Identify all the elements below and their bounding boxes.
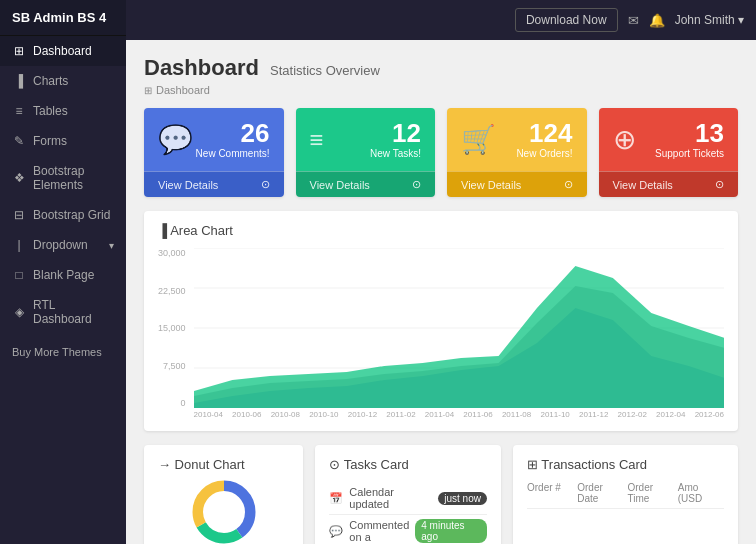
comments-count: 26	[196, 120, 270, 146]
stat-body-support: ⊕ 13 Support Tickets	[599, 108, 739, 171]
transactions-header: Order # Order Date Order Time Amo (USD	[527, 482, 724, 509]
stat-card-tasks: ≡ 12 New Tasks! View Details ⊙	[296, 108, 436, 197]
comments-label: New Comments!	[196, 148, 270, 159]
tasks-footer-text: View Details	[310, 179, 370, 191]
y-label-2: 15,000	[158, 323, 186, 333]
transactions-card: ⊞ Transactions Card Order # Order Date O…	[513, 445, 738, 544]
sidebar-item-dropdown[interactable]: | Dropdown	[0, 230, 126, 260]
donut-svg	[189, 477, 259, 544]
donut-chart-preview	[158, 482, 289, 542]
tasks-icon: ≡	[310, 126, 324, 154]
sidebar-item-charts[interactable]: ▐ Charts	[0, 66, 126, 96]
tasks-card-title: ⊙ Tasks Card	[329, 457, 487, 472]
sidebar-item-rtl-dashboard[interactable]: ◈ RTL Dashboard	[0, 290, 126, 334]
x-label-9: 2011-10	[540, 410, 569, 419]
task-badge-1: 4 minutes ago	[415, 519, 487, 543]
sidebar-item-label: Forms	[33, 134, 67, 148]
sidebar-item-bootstrap-grid[interactable]: ⊟ Bootstrap Grid	[0, 200, 126, 230]
orders-icon: 🛒	[461, 123, 496, 156]
tasks-footer-icon: ⊙	[412, 178, 421, 191]
support-footer-icon: ⊙	[715, 178, 724, 191]
bootstrap-elements-icon: ❖	[12, 171, 26, 185]
stat-info-orders: 124 New Orders!	[516, 120, 572, 159]
sidebar-item-label: Bootstrap Grid	[33, 208, 110, 222]
donut-chart-title: → Donut Chart	[158, 457, 289, 472]
area-chart-title: ▐ Area Chart	[158, 223, 724, 238]
sidebar-item-label: Blank Page	[33, 268, 94, 282]
area-chart-container: 30,000 22,500 15,000 7,500 0	[158, 248, 724, 419]
support-icon: ⊕	[613, 123, 636, 156]
sidebar-item-label: Charts	[33, 74, 68, 88]
support-count: 13	[655, 120, 724, 146]
tasks-label: New Tasks!	[370, 148, 421, 159]
y-label-0: 30,000	[158, 248, 186, 258]
support-footer[interactable]: View Details ⊙	[599, 171, 739, 197]
x-label-10: 2011-12	[579, 410, 608, 419]
x-label-0: 2010-04	[194, 410, 223, 419]
tasks-card: ⊙ Tasks Card 📅 Calendar updated just now…	[315, 445, 501, 544]
y-label-1: 22,500	[158, 286, 186, 296]
tasks-footer[interactable]: View Details ⊙	[296, 171, 436, 197]
x-label-8: 2011-08	[502, 410, 531, 419]
task-item-1: 💬 Commented on a 4 minutes ago	[329, 515, 487, 544]
y-label-3: 7,500	[158, 361, 186, 371]
email-icon[interactable]: ✉	[628, 13, 639, 28]
home-icon: ⊞	[144, 85, 152, 96]
sidebar-item-forms[interactable]: ✎ Forms	[0, 126, 126, 156]
topbar: Download Now ✉ 🔔 John Smith ▾	[126, 0, 756, 40]
buy-themes-link[interactable]: Buy More Themes	[0, 338, 126, 366]
charts-icon: ▐	[12, 74, 26, 88]
x-label-1: 2010-06	[232, 410, 261, 419]
sidebar: SB Admin BS 4 ⊞ Dashboard ▐ Charts ≡ Tab…	[0, 0, 126, 544]
breadcrumb-label: Dashboard	[156, 84, 210, 96]
sidebar-item-bootstrap-elements[interactable]: ❖ Bootstrap Elements	[0, 156, 126, 200]
sidebar-item-dashboard[interactable]: ⊞ Dashboard	[0, 36, 126, 66]
download-button[interactable]: Download Now	[515, 8, 618, 32]
x-label-13: 2012-06	[695, 410, 724, 419]
task-badge-0: just now	[438, 492, 487, 505]
comments-footer-text: View Details	[158, 179, 218, 191]
col-order-time: Order Time	[628, 482, 674, 504]
user-menu[interactable]: John Smith ▾	[675, 13, 744, 27]
user-name: John Smith	[675, 13, 735, 27]
bottom-row: → Donut Chart ⊙ Tasks Card 📅 Calendar up…	[144, 445, 738, 544]
col-order-num: Order #	[527, 482, 573, 504]
sidebar-item-label: Tables	[33, 104, 68, 118]
stat-body-tasks: ≡ 12 New Tasks!	[296, 108, 436, 171]
orders-count: 124	[516, 120, 572, 146]
bell-icon[interactable]: 🔔	[649, 13, 665, 28]
x-label-5: 2011-02	[386, 410, 415, 419]
stat-body-comments: 💬 26 New Comments!	[144, 108, 284, 171]
breadcrumb: ⊞ Dashboard	[144, 84, 738, 96]
task-calendar-icon: 📅	[329, 492, 343, 505]
app-brand: SB Admin BS 4	[0, 0, 126, 36]
task-text-0: Calendar updated	[349, 486, 432, 510]
page-title: Dashboard Statistics Overview	[144, 55, 380, 80]
area-chart-icon: ▐	[158, 223, 167, 238]
sidebar-item-label: Bootstrap Elements	[33, 164, 114, 192]
sidebar-item-label: RTL Dashboard	[33, 298, 114, 326]
bootstrap-grid-icon: ⊟	[12, 208, 26, 222]
task-comment-icon: 💬	[329, 525, 343, 538]
sidebar-item-label: Dropdown	[33, 238, 88, 252]
content-area: Dashboard Statistics Overview ⊞ Dashboar…	[126, 40, 756, 544]
stat-info-tasks: 12 New Tasks!	[370, 120, 421, 159]
rtl-icon: ◈	[12, 305, 26, 319]
sidebar-item-tables[interactable]: ≡ Tables	[0, 96, 126, 126]
support-footer-text: View Details	[613, 179, 673, 191]
support-label: Support Tickets	[655, 148, 724, 159]
sidebar-item-blank-page[interactable]: □ Blank Page	[0, 260, 126, 290]
col-order-amount: Amo (USD	[678, 482, 724, 504]
x-label-3: 2010-10	[309, 410, 338, 419]
forms-icon: ✎	[12, 134, 26, 148]
stat-card-comments: 💬 26 New Comments! View Details ⊙	[144, 108, 284, 197]
comments-icon: 💬	[158, 123, 193, 156]
orders-footer-icon: ⊙	[564, 178, 573, 191]
user-chevron-icon: ▾	[738, 13, 744, 27]
x-axis: 2010-04 2010-06 2010-08 2010-10 2010-12 …	[194, 410, 724, 419]
col-order-date: Order Date	[577, 482, 623, 504]
orders-footer[interactable]: View Details ⊙	[447, 171, 587, 197]
comments-footer[interactable]: View Details ⊙	[144, 171, 284, 197]
x-label-2: 2010-08	[271, 410, 300, 419]
page-subtitle: Statistics Overview	[270, 63, 380, 78]
